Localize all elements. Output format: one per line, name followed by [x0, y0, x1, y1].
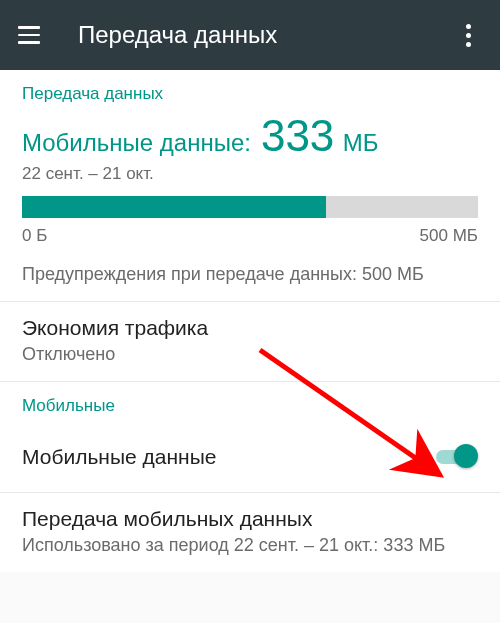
usage-bar-remaining	[326, 196, 478, 218]
usage-label: Мобильные данные:	[22, 129, 251, 157]
mobile-data-usage-title: Передача мобильных данных	[22, 507, 478, 531]
section-title-data-usage: Передача данных	[22, 84, 478, 104]
usage-bar-labels: 0 Б 500 МБ	[22, 226, 478, 246]
overflow-menu-icon[interactable]	[454, 24, 482, 47]
usage-bar-min: 0 Б	[22, 226, 47, 246]
usage-total-line: Мобильные данные: 333 МБ	[22, 114, 478, 158]
data-saver-title: Экономия трафика	[22, 316, 478, 340]
usage-unit: МБ	[343, 129, 379, 156]
usage-bar	[22, 196, 478, 218]
usage-bar-max: 500 МБ	[420, 226, 478, 246]
mobile-data-switch[interactable]	[436, 444, 478, 470]
mobile-data-title: Мобильные данные	[22, 445, 216, 469]
page-title: Передача данных	[78, 21, 277, 49]
mobile-data-usage-item[interactable]: Передача мобильных данных Использовано з…	[0, 493, 500, 572]
usage-bar-fill	[22, 196, 326, 218]
usage-value: 333	[261, 111, 334, 160]
section-title-mobile: Мобильные	[22, 396, 478, 416]
usage-date-range: 22 сент. – 21 окт.	[22, 164, 478, 184]
data-saver-status: Отключено	[22, 344, 478, 365]
mobile-section-header: Мобильные	[0, 382, 500, 422]
content: Передача данных Мобильные данные: 333 МБ…	[0, 70, 500, 572]
data-saver-item[interactable]: Экономия трафика Отключено	[0, 302, 500, 382]
appbar: Передача данных	[0, 0, 500, 70]
mobile-data-usage-subtitle: Использовано за период 22 сент. – 21 окт…	[22, 535, 478, 556]
usage-warning-text: Предупреждения при передаче данных: 500 …	[22, 264, 478, 285]
menu-icon[interactable]	[18, 21, 46, 49]
mobile-data-toggle-item[interactable]: Мобильные данные	[0, 422, 500, 493]
data-usage-section[interactable]: Передача данных Мобильные данные: 333 МБ…	[0, 70, 500, 302]
